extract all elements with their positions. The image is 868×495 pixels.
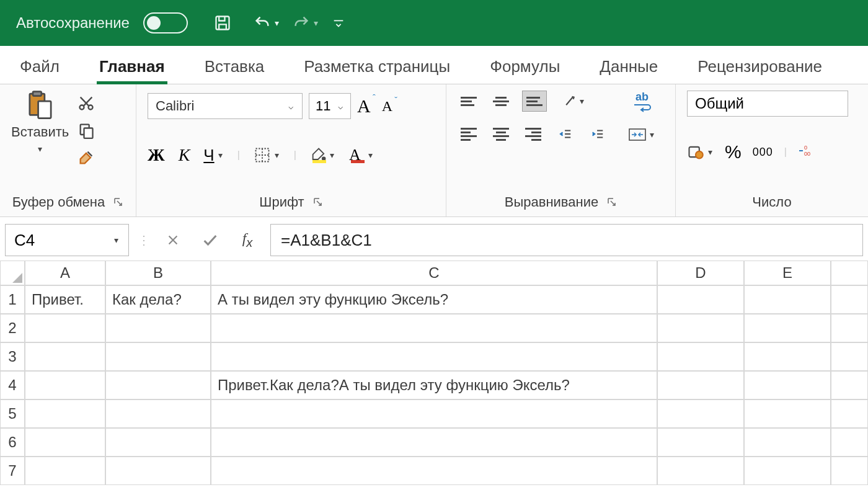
tab-data[interactable]: Данные (597, 57, 660, 84)
align-top-button[interactable] (458, 92, 480, 110)
align-bottom-button[interactable] (522, 91, 547, 112)
dialog-launcher-icon[interactable] (113, 197, 123, 207)
col-header[interactable]: C (211, 261, 657, 285)
cell[interactable] (831, 457, 868, 485)
increase-font-icon[interactable]: A (357, 96, 371, 117)
tab-formulas[interactable]: Формулы (487, 57, 562, 84)
cell[interactable] (211, 457, 657, 485)
col-header[interactable]: E (744, 261, 831, 285)
chevron-down-icon[interactable]: ▾ (273, 150, 280, 160)
chevron-down-icon[interactable]: ▾ (649, 130, 655, 140)
orientation-button[interactable]: ▾ (563, 92, 585, 110)
tab-insert[interactable]: Вставка (202, 57, 267, 84)
col-header[interactable]: A (25, 261, 105, 285)
chevron-down-icon[interactable]: ▾ (37, 144, 43, 154)
cell[interactable] (657, 342, 744, 371)
copy-icon[interactable] (78, 122, 95, 141)
align-right-button[interactable] (522, 125, 544, 143)
cell[interactable] (105, 314, 211, 342)
paste-button[interactable]: Вставить ▾ (11, 91, 69, 154)
font-name-select[interactable]: Calibri ⌵ (148, 93, 303, 119)
chevron-down-icon[interactable]: ▾ (217, 150, 224, 160)
cell[interactable] (744, 314, 831, 342)
font-color-button[interactable]: А ▾ (349, 146, 374, 164)
cell-C1[interactable]: А ты видел эту функцию Эксель? (211, 285, 657, 314)
accounting-format-button[interactable]: ▾ (687, 143, 714, 161)
cell[interactable] (831, 399, 868, 428)
row-header[interactable]: 4 (0, 371, 25, 399)
tab-review[interactable]: Рецензирование (695, 57, 825, 84)
cell[interactable] (105, 457, 211, 485)
number-format-select[interactable]: Общий (687, 91, 848, 117)
cell[interactable] (105, 342, 211, 371)
col-header[interactable]: B (105, 261, 211, 285)
redo-button[interactable]: ▾ (293, 14, 318, 32)
cell[interactable] (25, 342, 105, 371)
percent-button[interactable]: % (725, 141, 742, 163)
insert-function-button[interactable]: fx (233, 226, 262, 254)
cell[interactable] (25, 399, 105, 428)
align-middle-button[interactable] (490, 92, 512, 110)
italic-button[interactable]: К (179, 145, 190, 165)
cell[interactable] (657, 314, 744, 342)
merge-cells-button[interactable]: ▾ (629, 126, 655, 143)
cell-A1[interactable]: Привет. (25, 285, 105, 314)
chevron-down-icon[interactable]: ▾ (578, 96, 585, 106)
row-header[interactable]: 7 (0, 457, 25, 485)
chevron-down-icon[interactable]: ▾ (314, 18, 318, 28)
increase-indent-button[interactable] (587, 125, 609, 143)
format-painter-icon[interactable] (78, 149, 95, 169)
autosave-toggle[interactable] (143, 12, 188, 33)
cell[interactable] (105, 399, 211, 428)
row-header[interactable]: 2 (0, 314, 25, 342)
cell[interactable] (25, 428, 105, 457)
chevron-down-icon[interactable]: ⌵ (337, 101, 344, 111)
formula-input[interactable]: =A1&B1&C1 (270, 224, 863, 256)
cell[interactable] (831, 371, 868, 399)
col-header[interactable] (831, 261, 868, 285)
row-header[interactable]: 1 (0, 285, 25, 314)
fill-color-button[interactable]: ▾ (310, 146, 335, 164)
cell[interactable] (657, 457, 744, 485)
undo-button[interactable]: ▾ (254, 14, 279, 32)
chevron-down-icon[interactable]: ▾ (275, 18, 279, 28)
cell[interactable] (657, 371, 744, 399)
align-center-button[interactable] (490, 125, 512, 143)
chevron-down-icon[interactable]: ⌵ (287, 101, 294, 111)
col-header[interactable]: D (657, 261, 744, 285)
cancel-formula-button[interactable] (159, 226, 187, 254)
select-all-corner[interactable] (0, 261, 25, 285)
chevron-down-icon[interactable]: ▾ (367, 150, 374, 160)
cell[interactable] (211, 314, 657, 342)
font-size-select[interactable]: 11 ⌵ (309, 93, 351, 119)
chevron-down-icon[interactable]: ▾ (707, 147, 714, 157)
cell[interactable] (25, 314, 105, 342)
cell[interactable] (657, 399, 744, 428)
name-box[interactable]: C4 ▾ (5, 224, 129, 256)
row-header[interactable]: 5 (0, 399, 25, 428)
cell-C4[interactable]: Привет.Как дела?А ты видел эту функцию Э… (211, 371, 657, 399)
spreadsheet-grid[interactable]: A B C D E 1 Привет. Как дела? А ты видел… (0, 261, 868, 485)
cell[interactable] (25, 371, 105, 399)
decrease-font-icon[interactable]: A (382, 98, 392, 115)
cell-E1[interactable] (744, 285, 831, 314)
cell[interactable] (831, 342, 868, 371)
cell[interactable] (744, 399, 831, 428)
cell[interactable] (744, 371, 831, 399)
borders-button[interactable]: ▾ (254, 146, 280, 164)
bold-button[interactable]: Ж (148, 145, 165, 165)
chevron-down-icon[interactable]: ▾ (113, 235, 120, 245)
cell[interactable] (744, 342, 831, 371)
cell[interactable] (744, 457, 831, 485)
enter-formula-button[interactable] (196, 226, 224, 254)
comma-style-button[interactable]: 000 (753, 146, 773, 159)
save-icon[interactable] (214, 14, 231, 32)
decrease-indent-button[interactable] (554, 125, 577, 143)
cell[interactable] (105, 428, 211, 457)
tab-home[interactable]: Главная (97, 57, 167, 84)
chevron-down-icon[interactable]: ▾ (329, 150, 335, 160)
cell[interactable] (831, 428, 868, 457)
cell-B1[interactable]: Как дела? (105, 285, 211, 314)
align-left-button[interactable] (458, 125, 480, 143)
cell[interactable] (211, 399, 657, 428)
